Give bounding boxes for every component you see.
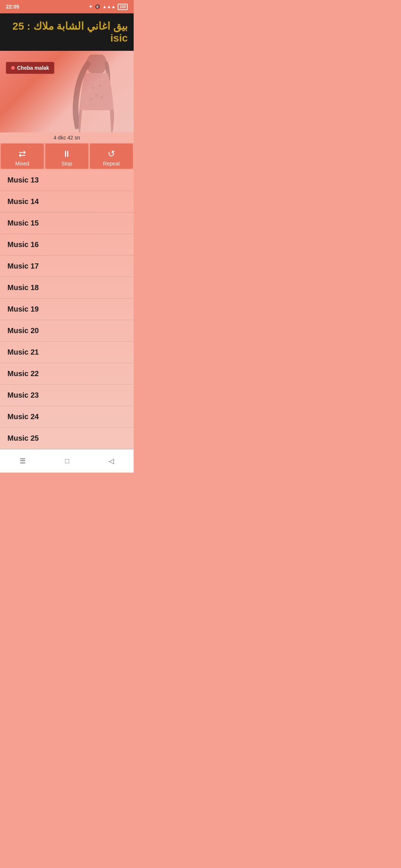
music-list-item[interactable]: Music 23 (0, 385, 134, 406)
shuffle-button[interactable]: ⇄ Mixed (1, 144, 44, 169)
duration-display: 4 dkc 42 sn (0, 132, 134, 143)
music-item-label: Music 15 (7, 219, 39, 227)
artist-label: Cheba malak (6, 62, 54, 74)
person-silhouette (48, 55, 134, 132)
status-time: 22:05 (6, 4, 19, 10)
app-title: بيق اغاني الشابة ملاك : 25 isic (13, 20, 128, 44)
shuffle-label: Mixed (15, 161, 29, 167)
svg-point-3 (95, 94, 98, 96)
menu-icon: ☰ (20, 457, 26, 465)
repeat-button[interactable]: ↺ Repeat (90, 144, 133, 169)
repeat-icon: ↺ (108, 149, 115, 159)
music-item-label: Music 20 (7, 326, 39, 335)
svg-point-2 (99, 85, 101, 87)
nav-bar: ☰ □ ◁ (0, 449, 134, 473)
svg-point-5 (101, 96, 103, 98)
status-bar: 22:05 ✦ 🔇 ▲▲▲ 100 (0, 0, 134, 13)
player-section: Cheba malak 4 dkc 42 sn ⇄ Mixed ⏸ Stop ↺… (0, 51, 134, 170)
music-item-label: Music 16 (7, 240, 39, 249)
svg-point-1 (92, 87, 94, 89)
music-list-item[interactable]: Music 16 (0, 234, 134, 256)
svg-point-4 (90, 98, 92, 100)
stop-label: Stop (62, 161, 72, 167)
bluetooth-icon: ✦ (89, 4, 92, 9)
music-item-label: Music 21 (7, 348, 39, 356)
music-item-label: Music 19 (7, 305, 39, 313)
duration-text: 4 dkc 42 sn (53, 135, 80, 141)
battery-indicator: 100 (118, 4, 128, 10)
back-button[interactable]: ◁ (101, 454, 121, 468)
repeat-label: Repeat (103, 161, 120, 167)
music-list-item[interactable]: Music 24 (0, 406, 134, 428)
shuffle-icon: ⇄ (19, 149, 26, 159)
music-item-label: Music 24 (7, 412, 39, 421)
music-item-label: Music 17 (7, 262, 39, 270)
music-list: Music 13Music 14Music 15Music 16Music 17… (0, 170, 134, 449)
signal-icon: ▲▲▲ (102, 4, 116, 9)
menu-button[interactable]: ☰ (12, 454, 33, 468)
live-dot (11, 66, 15, 70)
music-list-item[interactable]: Music 18 (0, 277, 134, 299)
album-art: Cheba malak (0, 51, 134, 132)
controls-row: ⇄ Mixed ⏸ Stop ↺ Repeat (0, 143, 134, 170)
music-list-item[interactable]: Music 22 (0, 363, 134, 385)
home-icon: □ (65, 457, 69, 465)
pause-icon: ⏸ (62, 149, 71, 159)
back-icon: ◁ (109, 457, 114, 465)
stop-button[interactable]: ⏸ Stop (45, 144, 88, 169)
music-list-item[interactable]: Music 13 (0, 170, 134, 191)
music-list-item[interactable]: Music 25 (0, 428, 134, 449)
music-item-label: Music 13 (7, 176, 39, 184)
app-header: بيق اغاني الشابة ملاك : 25 isic (0, 13, 134, 51)
music-list-item[interactable]: Music 14 (0, 191, 134, 213)
music-item-label: Music 22 (7, 369, 39, 378)
music-item-label: Music 23 (7, 391, 39, 400)
volume-icon: 🔇 (95, 4, 100, 9)
music-list-item[interactable]: Music 17 (0, 256, 134, 277)
music-item-label: Music 18 (7, 283, 39, 292)
music-item-label: Music 25 (7, 434, 39, 443)
music-list-item[interactable]: Music 19 (0, 299, 134, 320)
artist-name: Cheba malak (17, 65, 49, 71)
music-items-container: Music 13Music 14Music 15Music 16Music 17… (0, 170, 134, 449)
music-list-item[interactable]: Music 20 (0, 320, 134, 342)
music-list-item[interactable]: Music 21 (0, 342, 134, 363)
music-item-label: Music 14 (7, 197, 39, 206)
music-list-item[interactable]: Music 15 (0, 213, 134, 234)
home-button[interactable]: □ (58, 454, 77, 468)
status-right: ✦ 🔇 ▲▲▲ 100 (89, 4, 128, 10)
